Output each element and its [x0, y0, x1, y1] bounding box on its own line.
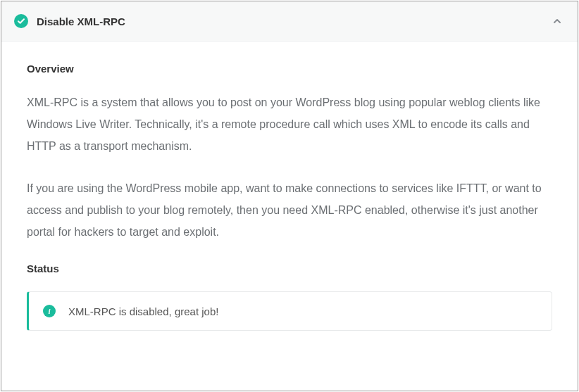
info-circle-icon: i — [43, 305, 56, 317]
overview-paragraph-2: If you are using the WordPress mobile ap… — [27, 177, 552, 244]
overview-heading: Overview — [27, 63, 552, 75]
status-message: XML-RPC is disabled, great job! — [68, 305, 218, 317]
panel-body: Overview XML-RPC is a system that allows… — [1, 42, 578, 331]
panel-title: Disable XML-RPC — [37, 15, 551, 27]
chevron-up-icon[interactable] — [551, 15, 564, 27]
status-heading: Status — [27, 263, 552, 274]
settings-panel: Disable XML-RPC Overview XML-RPC is a sy… — [1, 1, 578, 391]
status-notice: i XML-RPC is disabled, great job! — [27, 291, 552, 331]
panel-header[interactable]: Disable XML-RPC — [1, 1, 578, 42]
overview-paragraph-1: XML-RPC is a system that allows you to p… — [27, 91, 552, 158]
check-circle-icon — [14, 14, 28, 28]
